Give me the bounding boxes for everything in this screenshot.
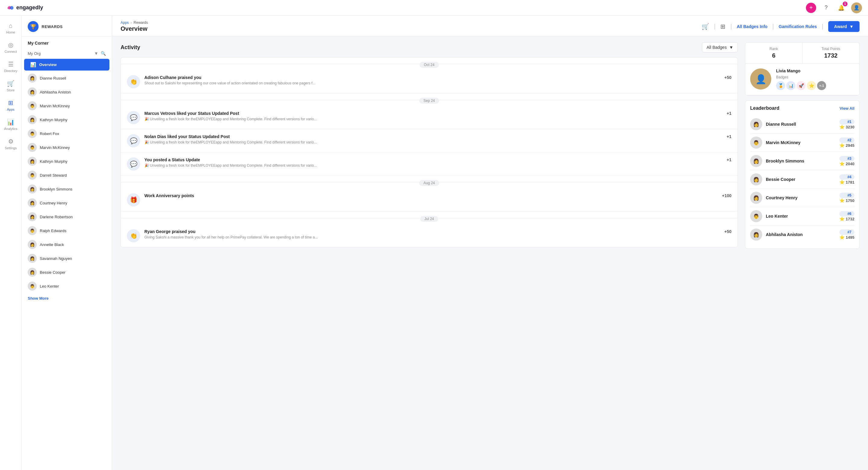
- chevron-down-icon[interactable]: ▼: [94, 51, 98, 56]
- lb-points-row-6: ⭐ 1495: [839, 235, 855, 240]
- gamification-rules-link[interactable]: Gamification Rules: [779, 24, 817, 29]
- sidebar-people-list: 👩 Dianne Russell 👩 Abhilasha Aniston 👨 M…: [22, 71, 112, 293]
- view-all-link[interactable]: View All: [840, 106, 855, 111]
- lb-points-4: 1750: [846, 198, 855, 203]
- sidebar-person-12[interactable]: 👩 Annette Black: [22, 238, 112, 252]
- help-button[interactable]: ?: [821, 3, 831, 13]
- person-avatar-3: 👩: [28, 115, 37, 124]
- notification-count: 1: [843, 1, 847, 6]
- page-header-actions: 🛒 | ⊞ | All Badges Info | Gamification R…: [702, 21, 860, 32]
- activity-avatar-2: 💬: [127, 134, 140, 147]
- lb-name-1: Marvin McKinney: [766, 140, 836, 145]
- activity-title-2: Nolan Dias liked your Status Updated Pos…: [144, 134, 722, 139]
- activity-title: Activity: [121, 44, 140, 51]
- grid-button[interactable]: ⊞: [720, 23, 725, 30]
- nav-label-apps: Apps: [7, 108, 14, 111]
- person-avatar-13: 👩: [28, 254, 37, 263]
- sidebar-person-15[interactable]: 👨 Leo Kenter: [22, 279, 112, 293]
- nav-item-directory[interactable]: ☰ Directory: [0, 57, 22, 76]
- profile-name: Livia Mango: [776, 68, 855, 73]
- nav-item-store[interactable]: 🛒 Store: [0, 76, 22, 95]
- show-more-button[interactable]: Show More: [22, 293, 112, 303]
- lb-stats-0: #1 ⭐ 3230: [839, 119, 855, 129]
- all-badges-link[interactable]: All Badges Info: [737, 24, 767, 29]
- badges-dropdown[interactable]: All Badges ▼: [702, 42, 738, 53]
- header-sep-2: |: [730, 23, 732, 30]
- person-avatar-12: 👩: [28, 240, 37, 249]
- activity-area: Activity All Badges ▼ Oct 24 👏 Adison Cu…: [112, 36, 868, 255]
- lb-avatar-0: 👩: [750, 118, 762, 130]
- person-name-5: Marvin McKinney: [40, 145, 70, 150]
- search-icon[interactable]: 🔍: [101, 51, 106, 56]
- person-name-7: Darrell Steward: [40, 173, 67, 178]
- sidebar-person-1[interactable]: 👩 Abhilasha Aniston: [22, 85, 112, 99]
- activity-item-5: 👏 Ryan George praised you Giving Sakshi …: [121, 224, 738, 247]
- nav-item-analytics[interactable]: 📊 Analytics: [0, 115, 22, 134]
- sidebar-person-14[interactable]: 👩 Bessie Cooper: [22, 265, 112, 279]
- sidebar-person-5[interactable]: 👨 Marvin McKinney: [22, 141, 112, 154]
- sidebar-person-0[interactable]: 👩 Dianne Russell: [22, 71, 112, 85]
- nav-label-settings: Settings: [5, 146, 17, 150]
- person-name-11: Ralph Edwards: [40, 229, 66, 233]
- sidebar-person-4[interactable]: 👨 Robert Fox: [22, 127, 112, 141]
- date-label-1: Sep 24: [419, 98, 439, 104]
- nav-item-apps[interactable]: ⊞ Apps: [0, 95, 22, 115]
- person-name-12: Annette Black: [40, 242, 64, 247]
- badge-3: 🚀: [797, 81, 806, 90]
- activity-points-0: +50: [724, 75, 732, 80]
- person-name-4: Robert Fox: [40, 131, 59, 136]
- profile-avatar: 👤: [750, 68, 771, 90]
- person-name-1: Abhilasha Aniston: [40, 90, 71, 94]
- sidebar-person-8[interactable]: 👩 Brooklyn Simmons: [22, 182, 112, 196]
- sidebar-person-6[interactable]: 👩 Kathryn Murphy: [22, 154, 112, 168]
- activity-desc-1: 🎉 Unveiling a fresh look for theEMPLOYEE…: [144, 117, 722, 121]
- badges-label: Badges: [776, 75, 855, 79]
- lb-stats-4: #5 ⭐ 1750: [839, 193, 855, 203]
- notifications-button[interactable]: 🔔 1: [836, 3, 846, 13]
- cart-button[interactable]: 🛒: [702, 23, 709, 30]
- topbar-actions: + ? 🔔 1 👤: [806, 2, 862, 13]
- activity-points-5: +50: [724, 229, 732, 234]
- add-button[interactable]: +: [806, 3, 816, 13]
- activity-header: Activity All Badges ▼: [121, 42, 738, 53]
- overview-label: Overview: [39, 62, 57, 67]
- lb-points-5: 1732: [846, 217, 855, 221]
- sidebar-person-9[interactable]: 👩 Courtney Henry: [22, 196, 112, 210]
- apps-icon: ⊞: [8, 99, 13, 107]
- rank-value: 6: [750, 52, 798, 59]
- nav-item-settings[interactable]: ⚙ Settings: [0, 134, 22, 153]
- person-name-10: Darlene Robertson: [40, 215, 73, 219]
- leaderboard-header: Leaderboard View All: [750, 106, 855, 111]
- person-avatar-2: 👨: [28, 101, 37, 110]
- profile-info: Livia Mango Badges 🏅 📊 🚀 ⭐ +-1: [776, 68, 855, 90]
- nav-label-connect: Connect: [4, 50, 17, 53]
- lb-name-4: Courtney Henry: [766, 195, 836, 200]
- award-button[interactable]: Award ▼: [828, 21, 860, 32]
- sidebar-person-2[interactable]: 👨 Marvin McKinney: [22, 99, 112, 113]
- sidebar-person-10[interactable]: 👩 Darlene Robertson: [22, 210, 112, 224]
- points-icon-1: ⭐: [839, 143, 844, 148]
- activity-item-3: 💬 You posted a Status Update 🎉 Unveiling…: [121, 152, 738, 176]
- leaderboard-item-0: 👩 Dianne Russell #1 ⭐ 3230: [750, 115, 855, 134]
- badge-2: 📊: [786, 81, 795, 90]
- breadcrumb-apps[interactable]: Apps: [121, 21, 129, 25]
- nav-item-home[interactable]: ⌂ Home: [0, 19, 22, 38]
- sidebar-person-11[interactable]: 👨 Ralph Edwards: [22, 224, 112, 238]
- sidebar-person-13[interactable]: 👩 Savannah Nguyen: [22, 252, 112, 265]
- nav-label-directory: Directory: [4, 69, 17, 72]
- sidebar-person-7[interactable]: 👨 Darrell Steward: [22, 168, 112, 182]
- sidebar-person-3[interactable]: 👩 Kathryn Murphy: [22, 113, 112, 127]
- lb-stats-2: #3 ⭐ 2040: [839, 156, 855, 166]
- user-avatar[interactable]: 👤: [851, 2, 862, 13]
- lb-rank-1: #2: [839, 138, 855, 143]
- person-avatar-6: 👩: [28, 157, 37, 166]
- lb-name-0: Dianne Russell: [766, 122, 836, 127]
- person-avatar-7: 👨: [28, 171, 37, 180]
- activity-points-2: +1: [727, 134, 732, 139]
- nav-item-connect[interactable]: ◎ Connect: [0, 38, 22, 57]
- connect-icon: ◎: [8, 41, 13, 49]
- leaderboard-title: Leaderboard: [750, 106, 779, 111]
- activity-left: Activity All Badges ▼ Oct 24 👏 Adison Cu…: [121, 42, 738, 249]
- icon-nav: ⌂ Home ◎ Connect ☰ Directory 🛒 Store ⊞ A…: [0, 16, 22, 470]
- sidebar-overview-item[interactable]: 📊 Overview: [24, 59, 110, 70]
